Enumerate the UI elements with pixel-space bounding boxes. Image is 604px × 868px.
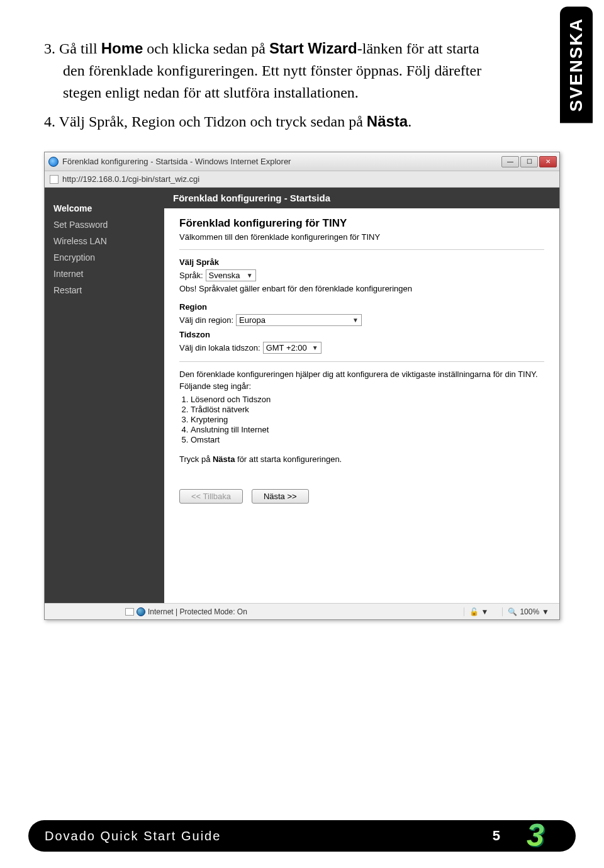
footer-page-number: 5 [493,828,501,844]
wizard-subtitle: Välkommen till den förenklade konfigurer… [179,232,544,242]
region-section-label: Region [179,302,544,312]
language-label: Språk: [179,271,203,280]
zoom-icon: 🔍 [508,607,517,616]
sidebar-item-set-password[interactable]: Set Password [53,217,155,233]
wizard-step: Kryptering [191,415,544,424]
sidebar-item-restart[interactable]: Restart [53,282,155,298]
wizard-step: Trådlöst nätverk [191,405,544,414]
instruction-list: 3. Gå till Home och klicka sedan på Star… [44,38,497,133]
sidebar-item-encryption[interactable]: Encryption [53,249,155,266]
window-titlebar: Förenklad konfigurering - Startsida - Wi… [45,152,559,171]
chevron-down-icon: ▼ [312,344,318,351]
language-section-label: Välj Språk [179,257,544,267]
wizard-page-title: Förenklad konfigurering - Startsida [164,188,559,208]
page-icon [50,175,59,184]
minimize-button[interactable]: — [501,156,519,167]
back-button: << Tillbaka [179,489,243,504]
wizard-step: Lösenord och Tidszon [191,395,544,404]
url-text[interactable]: http://192.168.0.1/cgi-bin/start_wiz.cgi [62,174,199,184]
next-button[interactable]: Nästa >> [252,489,309,504]
protected-mode-text: Internet | Protected Mode: On [148,607,247,616]
address-bar: http://192.168.0.1/cgi-bin/start_wiz.cgi [45,171,559,188]
region-select[interactable]: Europa ▼ [236,314,362,326]
chevron-down-icon: ▼ [247,272,253,279]
sidebar-item-wireless-lan[interactable]: Wireless LAN [53,233,155,249]
maximize-button[interactable]: ☐ [520,156,538,167]
language-note: Obs! Språkvalet gäller enbart för den fö… [179,284,544,293]
chevron-down-icon: ▼ [352,317,359,324]
press-next-text: Tryck på Nästa för att starta konfigurer… [179,454,544,464]
timezone-label: Välj din lokala tidszon: [179,343,260,352]
chevron-down-icon[interactable]: ▼ [542,607,549,616]
region-label: Välj din region: [179,315,233,325]
globe-icon [137,607,145,616]
wizard-step: Omstart [191,435,544,444]
timezone-section-label: Tidszon [179,330,544,339]
zoom-value[interactable]: 100% [520,607,539,616]
chevron-down-icon[interactable]: ▼ [481,607,489,616]
wizard-help-text-2: Följande steg ingår: [179,381,544,391]
wizard-step: Anslutning till Internet [191,425,544,434]
status-icon [125,608,134,616]
wizard-sidebar: Welcome Set Password Wireless LAN Encryp… [45,188,164,603]
divider [179,249,544,250]
three-logo-icon: 33 [527,820,559,852]
wizard-help-text-1: Den förenklade konfigureringen hjälper d… [179,369,544,379]
language-side-tab: SVENSKA [560,6,593,123]
sidebar-item-welcome[interactable]: Welcome [53,200,155,217]
instruction-item-4: 4. Välj Språk, Region och Tidzon och try… [44,111,497,133]
browser-statusbar: Internet | Protected Mode: On 🔓 ▼ 🔍 100%… [45,603,559,619]
page-footer: Dovado Quick Start Guide 5 33 [28,820,576,852]
instruction-item-3: 3. Gå till Home och klicka sedan på Star… [44,38,497,103]
divider [179,361,544,362]
wizard-steps-list: Lösenord och Tidszon Trådlöst nätverk Kr… [191,395,544,444]
ie-icon [48,157,59,167]
language-select[interactable]: Svenska ▼ [206,269,256,281]
sidebar-item-internet[interactable]: Internet [53,266,155,282]
security-icon[interactable]: 🔓 [469,607,479,616]
wizard-heading: Förenklad konfigurering för TINY [179,217,544,230]
browser-window: Förenklad konfigurering - Startsida - Wi… [44,152,560,620]
close-button[interactable]: ✕ [539,156,557,167]
window-title: Förenklad konfigurering - Startsida - Wi… [62,157,291,166]
footer-title: Dovado Quick Start Guide [45,829,493,843]
timezone-select[interactable]: GMT +2:00 ▼ [263,342,322,354]
